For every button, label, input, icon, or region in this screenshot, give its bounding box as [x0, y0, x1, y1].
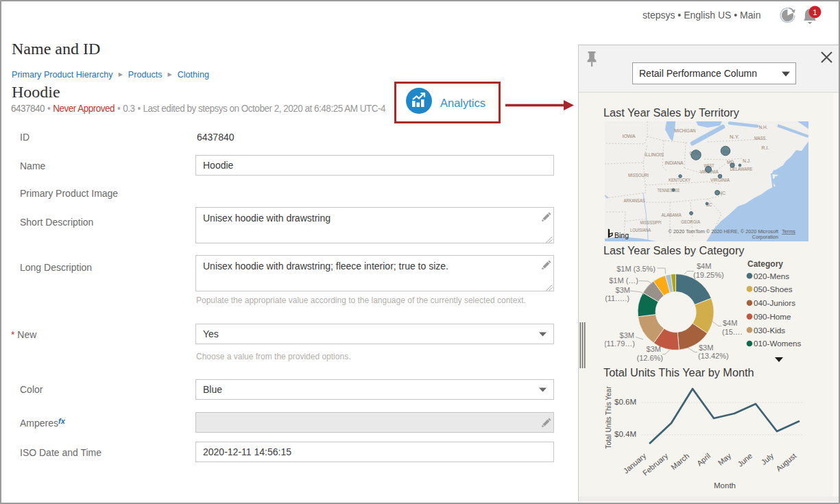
svg-text:R.I.: R.I.: [762, 145, 769, 151]
svg-text:MISSOURI: MISSOURI: [628, 172, 649, 178]
svg-text:May: May: [717, 451, 733, 467]
svg-text:April: April: [695, 451, 712, 467]
svg-text:Month: Month: [714, 481, 736, 490]
svg-text:(19.25%): (19.25%): [693, 271, 724, 279]
svg-text:$3M: $3M: [616, 286, 630, 294]
svg-text:N.Y.: N.Y.: [730, 134, 739, 140]
svg-text:$4M: $4M: [723, 319, 737, 327]
svg-text:(12.6%): (12.6%): [636, 354, 663, 362]
svg-text:$1M (…): $1M (…): [609, 276, 638, 285]
svg-text:1: 1: [813, 8, 817, 16]
svg-text:N.J.: N.J.: [743, 158, 751, 164]
svg-text:INDIANA: INDIANA: [665, 160, 684, 166]
svg-text:June: June: [736, 451, 754, 468]
svg-text:ARKANSAS: ARKANSAS: [624, 197, 645, 204]
svg-text:$3M: $3M: [699, 344, 713, 352]
svg-text:(11.79…): (11.79…): [605, 339, 635, 348]
svg-text:ALABAMA: ALABAMA: [662, 212, 682, 218]
svg-text:IOWA: IOWA: [623, 133, 636, 139]
svg-text:Category: Category: [747, 259, 783, 269]
svg-text:$0.6M: $0.6M: [614, 398, 636, 406]
svg-text:MICHIGAN: MICHIGAN: [675, 128, 696, 134]
svg-text:(13.42%): (13.42%): [698, 352, 729, 360]
svg-text:MISSISSIPPI: MISSISSIPPI: [640, 219, 662, 226]
svg-text:ILLINOIS: ILLINOIS: [645, 152, 664, 158]
svg-text:040-Juniors: 040-Juniors: [754, 298, 795, 307]
svg-text:Bing: Bing: [614, 231, 629, 239]
svg-text:090-Home: 090-Home: [754, 312, 791, 321]
svg-text:$0.4M: $0.4M: [614, 430, 636, 438]
svg-text:August: August: [774, 451, 797, 472]
svg-text:030-Kids: 030-Kids: [754, 326, 785, 335]
svg-text:Corporation: Corporation: [752, 234, 778, 240]
svg-text:July: July: [760, 451, 776, 466]
svg-text:N.H.: N.H.: [759, 124, 768, 130]
svg-text:March: March: [669, 451, 691, 471]
svg-text:050-Shoes: 050-Shoes: [754, 285, 793, 293]
svg-text:GEORGIA: GEORGIA: [681, 219, 700, 225]
svg-text:$3M: $3M: [647, 345, 661, 353]
svg-text:TENNESSEE: TENNESSEE: [658, 187, 680, 193]
svg-text:$1M (3.5%): $1M (3.5%): [616, 265, 656, 273]
svg-text:010-Womens: 010-Womens: [754, 339, 801, 348]
svg-text:$4M: $4M: [697, 262, 711, 270]
svg-text:LOUISIANA: LOUISIANA: [630, 227, 651, 233]
svg-text:Terms: Terms: [782, 228, 795, 235]
svg-text:MASS.: MASS.: [754, 135, 767, 141]
svg-text:$3M: $3M: [620, 331, 634, 339]
svg-text:(15.…: (15.…: [722, 328, 743, 336]
svg-text:(11.….): (11.….): [605, 294, 629, 302]
svg-text:Total Units This Year: Total Units This Year: [605, 386, 612, 449]
svg-text:February: February: [641, 451, 670, 477]
svg-text:020-Mens: 020-Mens: [754, 272, 789, 280]
